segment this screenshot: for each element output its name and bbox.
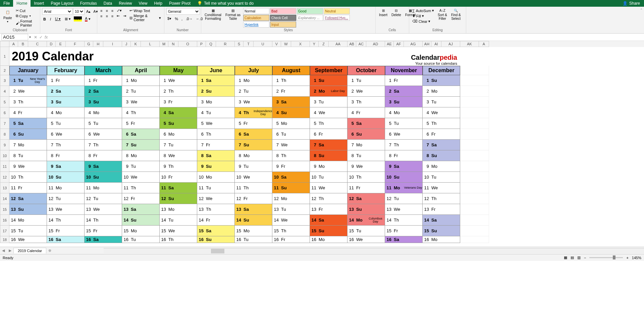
day-name-cell[interactable]: Fr — [93, 226, 103, 236]
day-name-cell[interactable]: Fr — [431, 129, 441, 140]
day-number-cell[interactable]: 6 — [9, 129, 18, 140]
align-bottom-button[interactable]: ≡ — [110, 8, 114, 13]
day-name-cell[interactable]: Su — [56, 172, 66, 183]
day-note-cell[interactable] — [366, 107, 385, 118]
day-note-cell[interactable] — [66, 226, 85, 236]
day-note-cell[interactable] — [178, 75, 197, 86]
day-number-cell[interactable]: 16 — [85, 236, 93, 243]
day-name-cell[interactable]: Mo — [244, 150, 254, 161]
format-as-table-button[interactable]: ▤Format as Table — [224, 8, 242, 21]
col-header[interactable]: AE — [385, 41, 394, 47]
day-name-cell[interactable]: We — [431, 107, 441, 118]
day-note-cell[interactable] — [141, 226, 160, 236]
month-header[interactable]: January — [9, 66, 47, 75]
day-note-cell[interactable] — [404, 75, 423, 86]
day-note-cell[interactable] — [441, 236, 460, 243]
day-name-cell[interactable]: Fr — [18, 107, 28, 118]
day-number-cell[interactable]: 2 — [122, 86, 131, 97]
day-name-cell[interactable]: Mo — [131, 226, 141, 236]
day-name-cell[interactable]: Tu — [356, 150, 366, 161]
day-note-cell[interactable] — [329, 172, 347, 183]
day-number-cell[interactable]: 4 — [85, 107, 93, 118]
day-note-cell[interactable] — [291, 236, 310, 243]
day-number-cell[interactable]: 3 — [347, 97, 356, 107]
day-note-cell[interactable] — [441, 150, 460, 161]
day-note-cell[interactable] — [103, 150, 122, 161]
day-note-cell[interactable] — [329, 161, 347, 172]
day-name-cell[interactable]: Su — [168, 118, 178, 129]
day-number-cell[interactable]: 8 — [310, 150, 319, 161]
day-number-cell[interactable]: 9 — [310, 161, 319, 172]
day-note-cell[interactable] — [291, 140, 310, 150]
day-note-cell[interactable] — [28, 107, 47, 118]
col-header[interactable]: Z — [319, 41, 329, 47]
day-note-cell[interactable] — [28, 183, 47, 193]
day-note-cell[interactable] — [254, 150, 272, 161]
day-name-cell[interactable]: Th — [319, 118, 329, 129]
day-note-cell[interactable] — [291, 226, 310, 236]
day-note-cell[interactable] — [178, 107, 197, 118]
day-name-cell[interactable]: Su — [206, 161, 216, 172]
day-name-cell[interactable]: Fr — [56, 150, 66, 161]
month-header[interactable]: September — [310, 66, 347, 75]
month-header[interactable]: March — [85, 66, 122, 75]
underline-button[interactable]: U ▾ — [54, 16, 62, 21]
day-name-cell[interactable]: We — [56, 129, 66, 140]
day-number-cell[interactable]: 7 — [160, 140, 168, 150]
day-name-cell[interactable]: Sa — [431, 215, 441, 226]
day-number-cell[interactable]: 11 — [272, 183, 281, 193]
day-note-cell[interactable] — [178, 140, 197, 150]
day-note-cell[interactable] — [103, 226, 122, 236]
day-name-cell[interactable]: Sa — [394, 86, 404, 97]
day-number-cell[interactable]: 9 — [160, 161, 168, 172]
day-number-cell[interactable]: 16 — [385, 236, 394, 243]
day-note-cell[interactable] — [404, 140, 423, 150]
day-note-cell[interactable] — [28, 97, 47, 107]
day-name-cell[interactable]: Sa — [206, 226, 216, 236]
day-name-cell[interactable]: Mo — [431, 161, 441, 172]
day-note-cell[interactable] — [366, 86, 385, 97]
col-header[interactable]: W — [281, 41, 291, 47]
day-note-cell[interactable] — [404, 236, 423, 243]
day-name-cell[interactable]: Tu — [356, 75, 366, 86]
day-note-cell[interactable] — [216, 172, 235, 183]
day-number-cell[interactable]: 3 — [423, 97, 431, 107]
day-number-cell[interactable]: 5 — [347, 118, 356, 129]
day-number-cell[interactable]: 11 — [347, 183, 356, 193]
day-note-cell[interactable] — [441, 140, 460, 150]
day-number-cell[interactable]: 6 — [122, 129, 131, 140]
day-name-cell[interactable]: Su — [319, 150, 329, 161]
col-header[interactable]: C — [28, 41, 47, 47]
day-number-cell[interactable]: 14 — [423, 215, 431, 226]
day-note-cell[interactable] — [66, 204, 85, 215]
col-header[interactable]: AA — [329, 41, 347, 47]
day-number-cell[interactable]: 13 — [47, 204, 56, 215]
day-number-cell[interactable]: 14 — [122, 215, 131, 226]
day-number-cell[interactable]: 15 — [235, 226, 244, 236]
day-note-cell[interactable] — [291, 215, 310, 226]
day-number-cell[interactable]: 3 — [47, 97, 56, 107]
row-header[interactable]: 10 — [0, 150, 9, 161]
day-note-cell[interactable] — [366, 150, 385, 161]
day-number-cell[interactable]: 7 — [347, 140, 356, 150]
day-name-cell[interactable]: Mo — [281, 118, 291, 129]
day-name-cell[interactable]: We — [206, 118, 216, 129]
day-name-cell[interactable]: Th — [394, 140, 404, 150]
zoom-out-button[interactable]: − — [584, 256, 586, 260]
day-name-cell[interactable]: Tu — [131, 161, 141, 172]
day-number-cell[interactable]: 8 — [347, 150, 356, 161]
col-header[interactable]: Y — [310, 41, 319, 47]
col-header[interactable]: AI — [431, 41, 441, 47]
day-note-cell[interactable] — [441, 204, 460, 215]
day-number-cell[interactable]: 13 — [160, 204, 168, 215]
day-note-cell[interactable] — [291, 75, 310, 86]
day-note-cell[interactable] — [141, 118, 160, 129]
day-name-cell[interactable]: Su — [281, 107, 291, 118]
day-note-cell[interactable] — [291, 204, 310, 215]
day-number-cell[interactable]: 4 — [235, 107, 244, 118]
month-header[interactable]: November — [385, 66, 423, 75]
day-name-cell[interactable]: Mo — [56, 107, 66, 118]
day-number-cell[interactable]: 6 — [85, 129, 93, 140]
day-name-cell[interactable]: Tu — [168, 215, 178, 226]
day-number-cell[interactable]: 5 — [310, 118, 319, 129]
